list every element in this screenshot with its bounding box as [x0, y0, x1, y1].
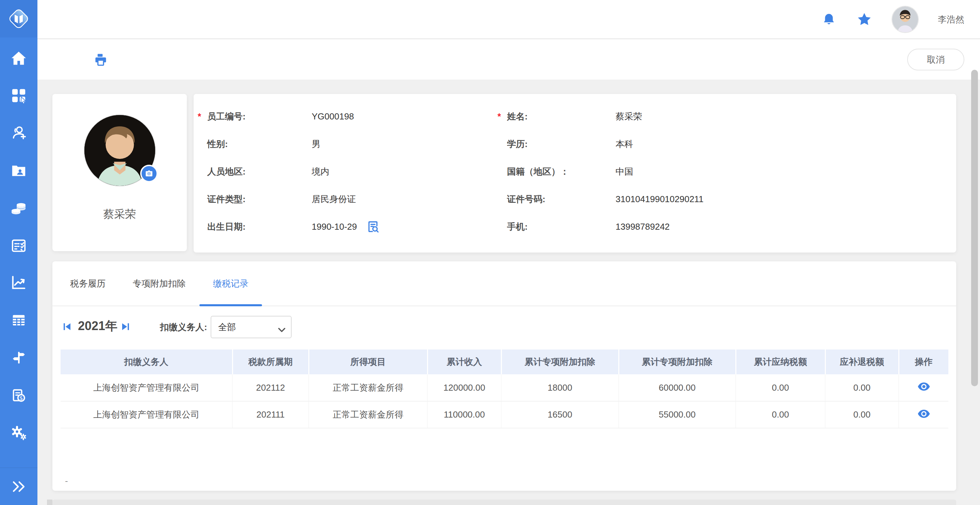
table-row: 上海创智资产管理有限公司 202111 正常工资薪金所得 110000.00 1… [60, 401, 948, 428]
chevron-down-icon [278, 327, 285, 333]
field-label: 姓名: [507, 111, 616, 123]
sidebar: $ [0, 0, 37, 505]
tab-special-deductions[interactable]: 专项附加扣除 [119, 261, 199, 306]
cell-tax-period: 202111 [232, 401, 309, 428]
birth-date-lookup-button[interactable] [366, 220, 380, 234]
field-name: * 姓名: 蔡采荣 [498, 103, 943, 130]
table-header-row: 扣缴义务人 税款所属期 所得项目 累计收入 累计专项附加扣除 累计专项附加扣除 … [60, 349, 948, 374]
add-user-icon [11, 125, 27, 140]
cell-cumulative-special-additional-deduction: 60000.00 [619, 374, 736, 401]
next-section-peek [52, 500, 956, 505]
cell-tax-refund: 0.00 [825, 401, 899, 428]
field-label: 员工编号: [207, 111, 312, 123]
field-label: 证件号码: [507, 193, 616, 205]
view-record-button[interactable] [916, 381, 931, 393]
report-chart-icon [11, 275, 27, 290]
field-person-region: * 人员地区: 境内 [198, 158, 494, 185]
field-value: 中国 [616, 166, 633, 178]
employee-name: 蔡采荣 [52, 207, 187, 222]
field-value: 男 [312, 138, 321, 150]
cell-tax-period: 202112 [232, 374, 309, 401]
next-section-peek-chip [47, 500, 52, 505]
records-filter-row: 2021年 扣缴义务人: 全部 [52, 306, 956, 347]
field-employee-id: * 员工编号: YG000198 [198, 103, 494, 130]
sidebar-item-home[interactable] [0, 48, 37, 69]
sidebar-item-reports[interactable] [0, 272, 37, 293]
employee-folder-icon [11, 163, 27, 178]
column-header: 累计专项附加扣除 [619, 349, 736, 374]
cell-cumulative-special-deduction: 16500 [501, 401, 619, 428]
field-value: 310104199010290211 [616, 194, 703, 204]
user-avatar[interactable] [891, 6, 919, 33]
bell-icon [822, 12, 836, 27]
settings-gear-icon [11, 425, 27, 441]
field-value: 居民身份证 [312, 193, 356, 205]
sidebar-item-payroll[interactable] [0, 198, 37, 218]
cell-withholding-agent: 上海创智资产管理有限公司 [60, 374, 232, 401]
required-marker: * [498, 111, 507, 122]
withholding-agent-select[interactable]: 全部 [211, 316, 292, 338]
field-value: 境内 [312, 166, 329, 178]
field-label: 出生日期: [207, 221, 312, 233]
print-button[interactable] [92, 52, 109, 68]
sidebar-item-add-employee[interactable] [0, 123, 37, 143]
tax-records-card: 税务履历 专项附加扣除 缴税记录 2021年 扣缴义务人: 全部 [52, 261, 956, 491]
field-mobile: * 手机: 13998789242 [498, 213, 943, 241]
cell-cumulative-income: 110000.00 [427, 401, 501, 428]
sidebar-item-tax-invoice[interactable]: $ [0, 386, 37, 406]
field-value: 13998789242 [616, 221, 670, 232]
column-header: 应补退税额 [825, 349, 899, 374]
brand-logo-icon [6, 6, 31, 31]
field-value: YG000198 [312, 111, 354, 122]
payroll-coins-icon [11, 200, 27, 217]
cell-income-item: 正常工资薪金所得 [309, 374, 427, 401]
view-record-button[interactable] [916, 408, 931, 420]
eye-icon [917, 381, 931, 392]
user-name[interactable]: 李浩然 [938, 14, 964, 25]
sidebar-collapse-button[interactable] [0, 468, 37, 505]
favorites-button[interactable] [856, 11, 872, 27]
sidebar-item-settings[interactable] [0, 423, 37, 443]
required-marker: * [198, 111, 207, 122]
withholding-agent-selected-value: 全部 [218, 321, 236, 333]
sidebar-item-attendance[interactable] [0, 236, 37, 256]
footer-dash: - [65, 476, 68, 486]
field-label: 人员地区: [207, 166, 312, 178]
tab-tax-history[interactable]: 税务履历 [56, 261, 119, 306]
eye-icon [917, 408, 931, 420]
field-label: 手机: [507, 221, 616, 233]
withholding-agent-label: 扣缴义务人: [160, 321, 207, 333]
year-label: 2021年 [76, 318, 119, 335]
column-header: 累计应纳税额 [736, 349, 825, 374]
field-gender: * 性别: 男 [198, 130, 494, 158]
data-table-icon [11, 312, 27, 328]
column-header: 操作 [899, 349, 948, 374]
previous-year-button[interactable] [61, 320, 73, 333]
sidebar-item-guide[interactable] [0, 347, 37, 368]
field-id-number: * 证件号码: 310104199010290211 [498, 185, 943, 213]
field-education: * 学历: 本科 [498, 130, 943, 158]
guidepost-icon [11, 350, 27, 365]
next-year-button[interactable] [120, 320, 131, 333]
document-search-icon [366, 220, 380, 234]
field-value: 蔡采荣 [616, 111, 642, 123]
sidebar-item-data-table[interactable] [0, 310, 37, 330]
cancel-button[interactable]: 取消 [907, 49, 964, 70]
brand-logo [0, 0, 37, 37]
profile-card: 蔡采荣 [52, 94, 187, 251]
table-row: 上海创智资产管理有限公司 202112 正常工资薪金所得 120000.00 1… [60, 374, 948, 401]
sidebar-item-employee-files[interactable] [0, 161, 37, 181]
skip-previous-icon [62, 321, 72, 332]
tax-records-table: 扣缴义务人 税款所属期 所得项目 累计收入 累计专项附加扣除 累计专项附加扣除 … [60, 349, 948, 429]
tab-tax-payment-records[interactable]: 缴税记录 [199, 261, 262, 306]
top-header: 李浩然 [37, 0, 980, 39]
notifications-button[interactable] [821, 11, 837, 27]
sidebar-item-apps[interactable] [0, 85, 37, 106]
cell-cumulative-special-additional-deduction: 55000.00 [619, 401, 736, 428]
vertical-scrollbar-thumb[interactable] [971, 70, 978, 386]
apps-icon [11, 88, 27, 104]
column-header: 累计收入 [427, 349, 501, 374]
cell-cumulative-special-deduction: 18000 [501, 374, 619, 401]
cell-cumulative-tax-payable: 0.00 [736, 401, 825, 428]
change-photo-button[interactable] [140, 165, 158, 182]
